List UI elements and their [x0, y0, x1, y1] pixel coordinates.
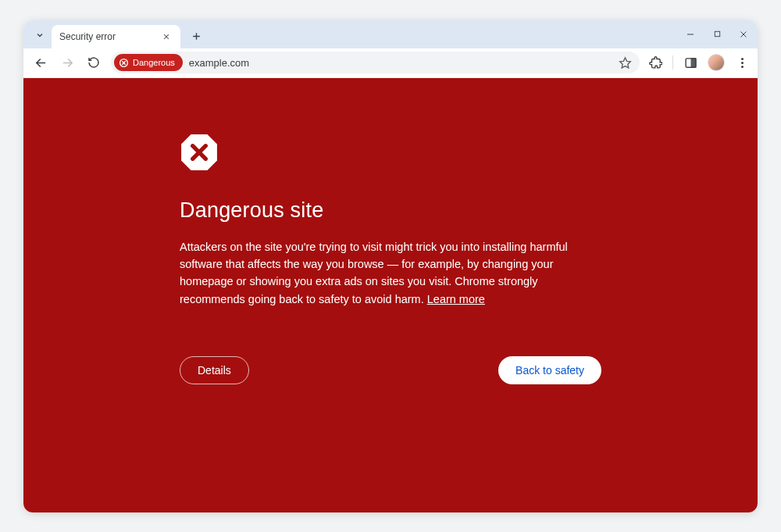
address-bar[interactable]: Dangerous example.com	[111, 52, 640, 73]
reload-button[interactable]	[84, 53, 103, 72]
interstitial-inner: Dangerous site Attackers on the site you…	[180, 133, 601, 512]
toolbar-divider	[672, 55, 673, 70]
tab-search-dropdown[interactable]	[31, 27, 48, 44]
maximize-icon	[713, 30, 722, 38]
security-chip[interactable]: Dangerous	[114, 54, 183, 71]
window-close-button[interactable]	[737, 28, 750, 41]
interstitial-body: Attackers on the site you're trying to v…	[180, 238, 601, 309]
extensions-icon	[649, 56, 662, 70]
url-text: example.com	[189, 57, 249, 69]
chevron-down-icon	[35, 30, 45, 40]
toolbar: Dangerous example.com	[23, 48, 758, 78]
security-chip-label: Dangerous	[133, 58, 175, 67]
interstitial-buttons: Details Back to safety	[180, 356, 601, 384]
profile-avatar[interactable]	[708, 54, 725, 71]
safe-browsing-interstitial: Dangerous site Attackers on the site you…	[23, 78, 758, 512]
back-to-safety-button[interactable]: Back to safety	[498, 356, 601, 384]
tab-close-button[interactable]	[160, 30, 173, 43]
star-icon	[619, 56, 632, 70]
toolbar-actions	[647, 54, 750, 71]
browser-window: Security error	[23, 20, 758, 512]
browser-tab[interactable]: Security error	[52, 25, 180, 48]
plus-icon	[191, 31, 201, 41]
side-panel-button[interactable]	[683, 55, 698, 70]
arrow-left-icon	[34, 56, 48, 70]
learn-more-link[interactable]: Learn more	[427, 293, 485, 305]
forward-button[interactable]	[58, 53, 77, 72]
extensions-button[interactable]	[647, 55, 663, 70]
minimize-icon	[686, 30, 695, 39]
new-tab-button[interactable]	[187, 27, 205, 46]
close-icon	[739, 30, 748, 39]
close-icon	[162, 33, 170, 41]
window-controls	[684, 20, 750, 48]
app-menu-button[interactable]	[734, 55, 750, 70]
danger-badge-icon	[119, 58, 129, 68]
back-button[interactable]	[31, 53, 50, 72]
interstitial-heading: Dangerous site	[180, 198, 601, 223]
warning-octagon-icon	[180, 133, 601, 175]
side-panel-icon	[684, 56, 697, 70]
svg-rect-15	[691, 58, 696, 66]
reload-icon	[87, 56, 100, 69]
svg-rect-5	[715, 31, 719, 36]
svg-marker-13	[620, 57, 630, 67]
arrow-right-icon	[61, 56, 74, 70]
window-maximize-button[interactable]	[711, 28, 723, 41]
interstitial-body-text: Attackers on the site you're trying to v…	[180, 241, 568, 305]
details-button[interactable]: Details	[180, 356, 249, 384]
tab-title: Security error	[59, 31, 160, 42]
window-minimize-button[interactable]	[684, 28, 697, 41]
bookmark-button[interactable]	[619, 56, 632, 70]
kebab-menu-icon	[735, 58, 749, 68]
tab-strip: Security error	[23, 20, 758, 48]
